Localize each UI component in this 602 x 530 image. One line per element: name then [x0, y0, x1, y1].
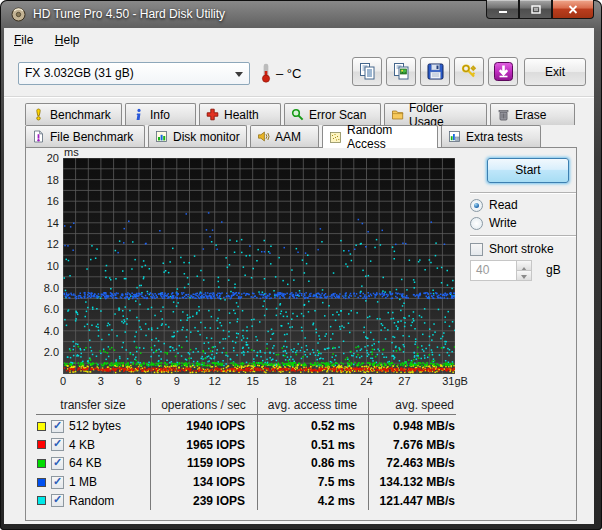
spinner-up-button[interactable]: [517, 261, 531, 270]
tab-label: Random Access: [347, 123, 431, 151]
spinner-down-button[interactable]: [517, 270, 531, 280]
row-ops: 1159 IOPS: [150, 456, 257, 470]
y-axis-unit: ms: [64, 146, 79, 158]
tab-erase[interactable]: Erase: [490, 103, 575, 125]
tab-aam[interactable]: AAM: [250, 125, 319, 147]
tab-info[interactable]: Info: [125, 103, 196, 125]
temperature-unit: °C: [287, 66, 302, 81]
maximize-button[interactable]: [519, 0, 552, 19]
row-speed: 134.132 MB/s: [368, 475, 456, 489]
app-window: HD Tune Pro 4.50 - Hard Disk Utility Fil…: [0, 0, 602, 530]
radio-read-label: Read: [489, 198, 518, 212]
tab-benchmark[interactable]: Benchmark: [25, 103, 122, 125]
row-label: 512 bytes: [69, 419, 121, 433]
menu-item-help[interactable]: Help: [48, 29, 87, 51]
window-title: HD Tune Pro 4.50 - Hard Disk Utility: [33, 7, 225, 21]
tab-folder-usage[interactable]: Folder Usage: [384, 103, 487, 125]
x-tick-label: 3: [98, 375, 104, 387]
close-icon: [568, 5, 578, 14]
row-access: 4.2 ms: [257, 494, 368, 508]
table-row: 64 KB 1159 IOPS 0.86 ms 72.463 MB/s: [36, 454, 456, 473]
drive-select[interactable]: FX 3.032GB (31 gB): [18, 62, 250, 85]
y-tick-label: 4.0: [26, 325, 59, 337]
copy-text-icon: [358, 62, 377, 81]
panel-separator: [470, 192, 576, 194]
tab-extra-tests[interactable]: Extra tests: [441, 125, 541, 147]
column-header-access-time: avg. access time: [257, 398, 368, 412]
table-row: 1 MB 134 IOPS 7.5 ms 134.132 MB/s: [36, 473, 456, 492]
x-tick-label: 21: [322, 375, 334, 387]
start-button[interactable]: Start: [487, 158, 569, 183]
tab-health[interactable]: Health: [199, 103, 281, 125]
tab-error-scan[interactable]: Error Scan: [284, 103, 381, 125]
row-ops: 134 IOPS: [150, 475, 257, 489]
row-checkbox[interactable]: [51, 457, 64, 470]
radio-write-icon[interactable]: [470, 217, 483, 230]
radio-write-label: Write: [489, 216, 517, 230]
window-controls: [486, 0, 594, 19]
row-speed: 121.447 MB/s: [368, 494, 456, 508]
benchmark-icon: [32, 108, 45, 121]
tab-random-access[interactable]: Random Access: [322, 125, 438, 148]
spinner-buttons: [516, 261, 531, 280]
copy-image-button[interactable]: [386, 57, 416, 86]
tab-disk-monitor[interactable]: Disk monitor: [148, 125, 247, 147]
tab-row-2: File Benchmark Disk monitor AAM Random A…: [25, 125, 544, 147]
tab-file-benchmark[interactable]: File Benchmark: [25, 125, 145, 147]
results-table: transfer size operations / sec avg. acce…: [36, 398, 456, 516]
row-color-swatch: [37, 459, 46, 468]
disk-monitor-icon: [155, 130, 168, 143]
short-stroke-checkbox-icon[interactable]: [470, 243, 483, 256]
row-checkbox[interactable]: [51, 476, 64, 489]
menu-item-file[interactable]: File: [7, 29, 40, 51]
stroke-size-spinner[interactable]: 40: [470, 260, 532, 281]
minimize-button[interactable]: [486, 0, 519, 19]
row-speed: 7.676 MB/s: [368, 438, 456, 452]
column-header-transfer-size: transfer size: [36, 398, 150, 412]
radio-write[interactable]: Write: [470, 216, 517, 230]
client-area: File Help FX 3.032GB (31 gB) – °C: [4, 28, 594, 524]
tab-label: Disk monitor: [173, 130, 240, 144]
screenshot-button[interactable]: [488, 57, 518, 86]
y-tick-label: 12: [26, 238, 59, 250]
row-checkbox[interactable]: [51, 420, 64, 433]
short-stroke-checkbox[interactable]: Short stroke: [470, 242, 554, 256]
exit-button[interactable]: Exit: [524, 58, 586, 86]
radio-read[interactable]: Read: [470, 198, 518, 212]
random-access-icon: [329, 131, 342, 144]
error-scan-icon: [291, 108, 304, 121]
options-button[interactable]: [454, 57, 484, 86]
thermometer-icon: [260, 62, 272, 84]
copy-text-button[interactable]: [352, 57, 382, 86]
download-icon: [493, 61, 514, 82]
row-color-swatch: [37, 422, 46, 431]
save-button[interactable]: [420, 57, 450, 86]
y-tick-label: 20: [26, 152, 59, 164]
table-row: 512 bytes 1940 IOPS 0.52 ms 0.948 MB/s: [36, 417, 456, 436]
menubar: File Help: [4, 29, 594, 51]
tab-label: Benchmark: [50, 108, 111, 122]
tab-label: AAM: [275, 130, 301, 144]
tab-row-1: Benchmark Info Health Error Scan Folder …: [25, 103, 578, 125]
row-checkbox[interactable]: [51, 438, 64, 451]
latency-scatter-plot: [63, 158, 455, 374]
toolbar-separator: [4, 96, 594, 98]
row-speed: 0.948 MB/s: [368, 419, 456, 433]
close-button[interactable]: [552, 0, 594, 19]
short-stroke-label: Short stroke: [489, 242, 554, 256]
minimize-icon: [498, 5, 508, 14]
y-tick-label: 10: [26, 260, 59, 272]
stroke-unit-label: gB: [546, 263, 561, 277]
panel-separator: [470, 235, 576, 237]
y-tick-label: 8.0: [26, 282, 59, 294]
table-header-line: [36, 414, 456, 415]
tab-label: File Benchmark: [50, 130, 133, 144]
chevron-down-icon: [235, 72, 243, 81]
x-tick-label: 6: [136, 375, 142, 387]
row-checkbox[interactable]: [51, 494, 64, 507]
x-tick-label: 15: [247, 375, 259, 387]
row-access: 0.86 ms: [257, 456, 368, 470]
table-row: Random 239 IOPS 4.2 ms 121.447 MB/s: [36, 491, 456, 510]
radio-read-icon[interactable]: [470, 199, 483, 212]
row-label: 64 KB: [69, 456, 102, 470]
